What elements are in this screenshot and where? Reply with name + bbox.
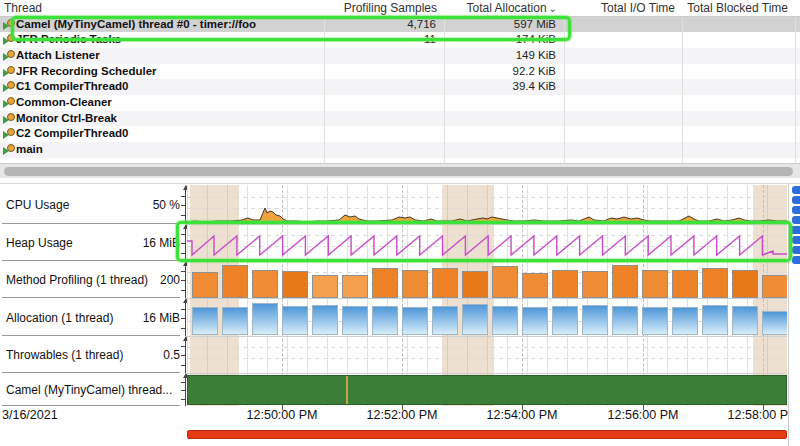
allocation-bar (492, 306, 518, 335)
row-axis-line (185, 189, 186, 224)
legend-button-icon[interactable] (790, 226, 800, 234)
thread-icon (3, 97, 16, 109)
thread-row[interactable]: Common-Cleaner (0, 95, 800, 111)
column-header-profiling-samples[interactable]: Profiling Samples (324, 0, 437, 16)
thread-icon (3, 113, 16, 125)
row-axis-tick (181, 290, 185, 291)
thread-state-dot-icon (7, 97, 15, 105)
column-header-total-i-o-time[interactable]: Total I/O Time (564, 0, 675, 16)
method-profiling-bar (642, 270, 668, 298)
row-axis-tick (181, 234, 185, 235)
row-divider-line (2, 372, 180, 373)
column-header-label: Profiling Samples (344, 1, 437, 15)
allocation-bar (222, 307, 248, 335)
method-profiling-bar (702, 268, 728, 298)
time-axis-label: 12:54:00 PM (472, 408, 572, 422)
allocation-bar (432, 306, 458, 335)
total-allocation-cell: 597 MiB (444, 18, 556, 30)
row-axis-tick (181, 318, 185, 319)
row-axis-tick (181, 243, 185, 244)
heap-usage-chart (187, 225, 787, 262)
row-axis-tick (181, 390, 185, 391)
method-profiling-bar (372, 268, 398, 298)
thread-row[interactable]: JFR Periodic Tasks11174 KiB (0, 32, 800, 48)
thread-row[interactable]: Monitor Ctrl-Break (0, 111, 800, 127)
timeline-row-label-allocation: Allocation (1 thread) (6, 311, 113, 325)
legend-button-icon[interactable] (792, 196, 800, 204)
event-marker-line (346, 376, 348, 404)
column-separator (324, 0, 325, 163)
legend-button-icon[interactable] (792, 216, 800, 224)
thread-icon (3, 144, 16, 156)
allocation-bar (192, 307, 218, 335)
legend-button-icon[interactable] (792, 206, 800, 214)
right-icon-strip (788, 184, 800, 446)
timeline-row-scale: 16 MiB (120, 236, 180, 250)
thread-row[interactable]: JFR Recording Scheduler92.2 KiB (0, 64, 800, 80)
timeline-row-label-camel-mytin: Camel (MyTinyCamel) thread... (6, 383, 172, 397)
legend-button-icon[interactable] (792, 246, 800, 254)
legend-button-icon[interactable] (792, 256, 800, 264)
row-axis-tick (181, 355, 185, 356)
thread-icon (3, 81, 16, 93)
column-header-total-blocked-time[interactable]: Total Blocked Time (682, 0, 788, 16)
thread-row[interactable]: Attach Listener149 KiB (0, 48, 800, 64)
thread-row[interactable]: Camel (MyTinyCamel) thread #0 - timer://… (0, 17, 800, 33)
method-profiling-bar (462, 271, 488, 298)
column-header-total-allocation[interactable]: Total Allocation⌄ (444, 0, 557, 16)
thread-state-dot-icon (7, 34, 15, 42)
time-axis-label: 12:56:00 PM (593, 408, 693, 422)
allocation-bar (462, 304, 488, 335)
method-profiling-bar (612, 265, 638, 298)
method-profiling-bar (762, 275, 787, 298)
method-profiling-bar (732, 270, 758, 298)
method-profiling-bar (492, 266, 518, 298)
chart-row-border (187, 373, 787, 374)
method-profiling-bar (282, 271, 308, 298)
horizontal-scrollbar[interactable] (0, 163, 800, 178)
timeline-range-indicator[interactable] (187, 430, 787, 439)
method-profiling-bar (312, 275, 338, 298)
row-axis-tick (181, 328, 185, 329)
column-header-label: Thread (4, 1, 42, 15)
thread-name: main (16, 143, 43, 155)
method-profiling-bar (342, 275, 368, 298)
row-axis-line (185, 340, 186, 373)
thread-name: Monitor Ctrl-Break (16, 112, 117, 124)
row-divider-line (2, 260, 180, 261)
thread-row[interactable]: C2 CompilerThread0 (0, 126, 800, 142)
legend-button-icon[interactable] (792, 186, 800, 194)
thread-name: JFR Periodic Tasks (16, 33, 121, 45)
row-axis-line (185, 265, 186, 298)
timeline-chart-area (187, 185, 787, 406)
timeline-row-label-throwables: Throwables (1 thread) (6, 348, 123, 362)
method-profiling-bar (432, 268, 458, 298)
method-profiling-bar (582, 271, 608, 298)
legend-button-icon[interactable] (792, 236, 800, 244)
row-axis-tick (181, 382, 185, 383)
column-header-label: Total Blocked Time (687, 1, 788, 15)
time-axis-label: 12:50:00 PM (232, 408, 332, 422)
thread-name: Attach Listener (16, 49, 100, 61)
date-label: 3/16/2021 (2, 408, 58, 422)
profiling-samples-cell: 4,716 (324, 18, 436, 30)
column-separator (564, 0, 565, 163)
thread-name: Camel (MyTinyCamel) thread #0 - timer://… (16, 18, 256, 30)
row-axis-tick (181, 365, 185, 366)
thread-row[interactable]: main (0, 142, 800, 158)
allocation-bar (762, 311, 787, 335)
allocation-bar (252, 303, 278, 335)
row-axis-line (185, 377, 186, 406)
cpu-usage-chart (187, 185, 787, 224)
total-allocation-cell: 174 KiB (444, 33, 556, 45)
timeline-panel: 3/16/2021 CPU Usage50 %Heap Usage16 MiBM… (0, 183, 800, 446)
allocation-bar (282, 306, 308, 335)
thread-name: C1 CompilerThread0 (16, 80, 128, 92)
row-axis-tick (181, 346, 185, 347)
thread-table: Camel (MyTinyCamel) thread #0 - timer://… (0, 0, 800, 163)
row-axis-line (185, 302, 186, 336)
scrollbar-thumb[interactable] (4, 167, 793, 176)
thread-row[interactable]: C1 CompilerThread039.4 KiB (0, 79, 800, 95)
column-header-thread[interactable]: Thread (4, 0, 324, 16)
timeline-row-label-cpu-usage: CPU Usage (6, 198, 69, 212)
